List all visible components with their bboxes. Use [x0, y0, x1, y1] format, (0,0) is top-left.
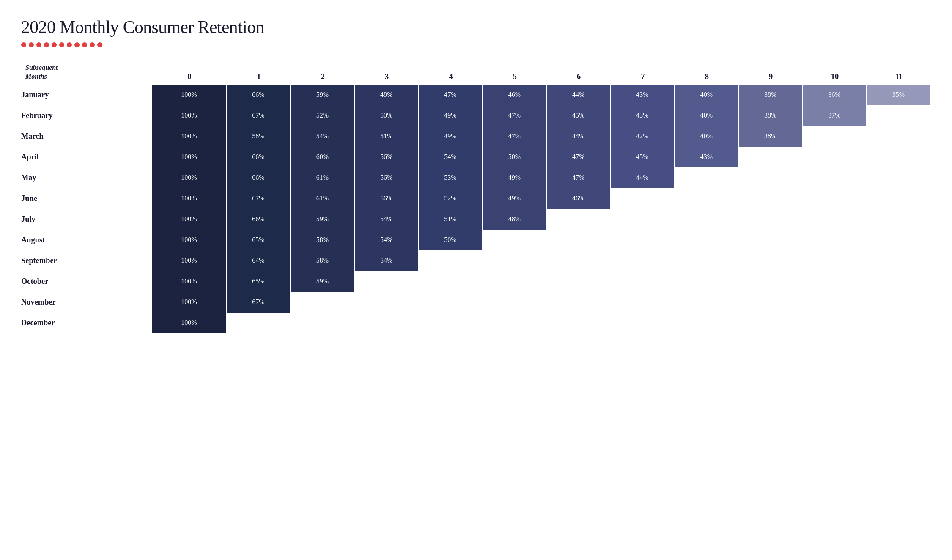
cell-september-6 — [547, 250, 611, 271]
cell-april-4: 54% — [419, 147, 483, 167]
dot-5 — [52, 42, 57, 47]
month-label: February — [21, 105, 152, 126]
cell-december-6 — [547, 313, 611, 333]
dot-4 — [44, 42, 49, 47]
cell-march-3: 51% — [355, 126, 419, 147]
cell-august-3: 54% — [355, 230, 419, 250]
dot-6 — [59, 42, 64, 47]
cell-august-6 — [547, 230, 611, 250]
cell-november-1: 67% — [227, 292, 291, 313]
cell-march-7: 42% — [611, 126, 675, 147]
cell-may-9 — [739, 167, 803, 188]
col-header-6: 6 — [547, 60, 611, 85]
cell-november-5 — [483, 292, 547, 313]
cell-december-0: 100% — [152, 313, 227, 333]
cell-february-10: 37% — [803, 105, 867, 126]
cell-october-0: 100% — [152, 271, 227, 292]
cell-october-11 — [867, 271, 931, 292]
cell-may-2: 61% — [291, 167, 355, 188]
cell-october-9 — [739, 271, 803, 292]
cell-december-9 — [739, 313, 803, 333]
dot-7 — [67, 42, 72, 47]
cell-march-1: 58% — [227, 126, 291, 147]
cell-august-4: 50% — [419, 230, 483, 250]
table-row: July100%66%59%54%51%48% — [21, 209, 931, 230]
cell-september-11 — [867, 250, 931, 271]
cell-january-3: 48% — [355, 85, 419, 105]
cell-may-8 — [675, 167, 739, 188]
month-label: December — [21, 313, 152, 333]
cell-december-2 — [291, 313, 355, 333]
cell-march-11 — [867, 126, 931, 147]
cell-september-1: 64% — [227, 250, 291, 271]
cell-march-10 — [803, 126, 867, 147]
cell-may-11 — [867, 167, 931, 188]
cell-november-3 — [355, 292, 419, 313]
cell-june-10 — [803, 188, 867, 209]
cell-july-0: 100% — [152, 209, 227, 230]
month-label: April — [21, 147, 152, 167]
cell-february-4: 49% — [419, 105, 483, 126]
cell-january-11: 35% — [867, 85, 931, 105]
cell-july-11 — [867, 209, 931, 230]
cell-november-0: 100% — [152, 292, 227, 313]
cell-july-3: 54% — [355, 209, 419, 230]
month-label: May — [21, 167, 152, 188]
table-row: October100%65%59% — [21, 271, 931, 292]
cell-april-2: 60% — [291, 147, 355, 167]
table-row: June100%67%61%56%52%49%46% — [21, 188, 931, 209]
cell-december-5 — [483, 313, 547, 333]
dot-10 — [90, 42, 95, 47]
cell-november-9 — [739, 292, 803, 313]
cell-april-5: 50% — [483, 147, 547, 167]
col-header-0: 0 — [152, 60, 227, 85]
cell-august-1: 65% — [227, 230, 291, 250]
dot-3 — [36, 42, 41, 47]
cell-september-8 — [675, 250, 739, 271]
col-header-9: 9 — [739, 60, 803, 85]
cell-november-8 — [675, 292, 739, 313]
dot-11 — [97, 42, 102, 47]
cell-january-10: 36% — [803, 85, 867, 105]
cell-february-7: 43% — [611, 105, 675, 126]
cell-february-1: 67% — [227, 105, 291, 126]
month-label: June — [21, 188, 152, 209]
cell-january-1: 66% — [227, 85, 291, 105]
cell-november-7 — [611, 292, 675, 313]
cell-july-9 — [739, 209, 803, 230]
dot-2 — [29, 42, 34, 47]
cell-october-3 — [355, 271, 419, 292]
month-label: January — [21, 85, 152, 105]
cell-november-11 — [867, 292, 931, 313]
cell-march-5: 47% — [483, 126, 547, 147]
col-header-1: 1 — [227, 60, 291, 85]
table-row: February100%67%52%50%49%47%45%43%40%38%3… — [21, 105, 931, 126]
table-row: April100%66%60%56%54%50%47%45%43% — [21, 147, 931, 167]
cell-august-7 — [611, 230, 675, 250]
col-header-10: 10 — [803, 60, 867, 85]
col-header-7: 7 — [611, 60, 675, 85]
cell-october-5 — [483, 271, 547, 292]
cell-november-2 — [291, 292, 355, 313]
cell-may-1: 66% — [227, 167, 291, 188]
cell-november-10 — [803, 292, 867, 313]
cell-june-5: 49% — [483, 188, 547, 209]
cell-april-11 — [867, 147, 931, 167]
cell-october-6 — [547, 271, 611, 292]
cell-march-9: 38% — [739, 126, 803, 147]
month-label: September — [21, 250, 152, 271]
cell-november-4 — [419, 292, 483, 313]
col-header-4: 4 — [419, 60, 483, 85]
cell-may-7: 44% — [611, 167, 675, 188]
dot-1 — [21, 42, 26, 47]
cell-may-4: 53% — [419, 167, 483, 188]
cell-june-8 — [675, 188, 739, 209]
cell-march-8: 40% — [675, 126, 739, 147]
col-header-3: 3 — [355, 60, 419, 85]
col-header-5: 5 — [483, 60, 547, 85]
cell-august-0: 100% — [152, 230, 227, 250]
month-label: July — [21, 209, 152, 230]
cell-january-8: 40% — [675, 85, 739, 105]
cell-august-5 — [483, 230, 547, 250]
cell-december-1 — [227, 313, 291, 333]
